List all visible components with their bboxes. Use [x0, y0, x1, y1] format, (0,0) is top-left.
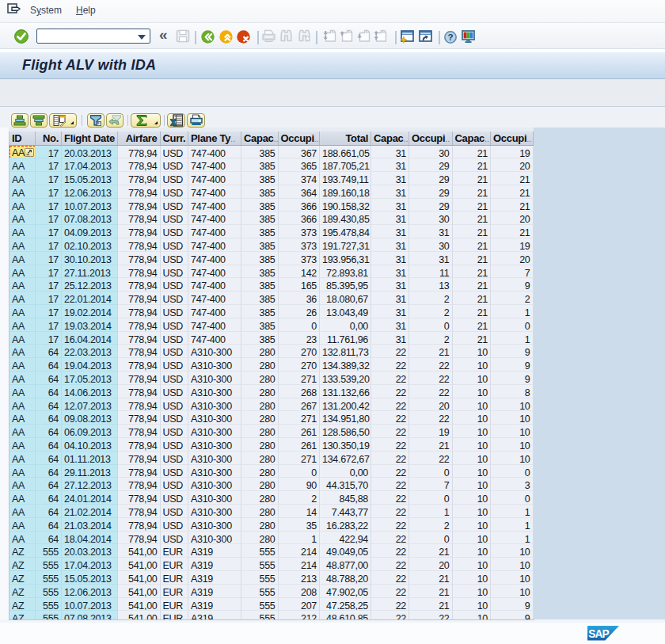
svg-text:?: ?: [447, 32, 453, 42]
svg-text:SAP: SAP: [588, 628, 609, 640]
